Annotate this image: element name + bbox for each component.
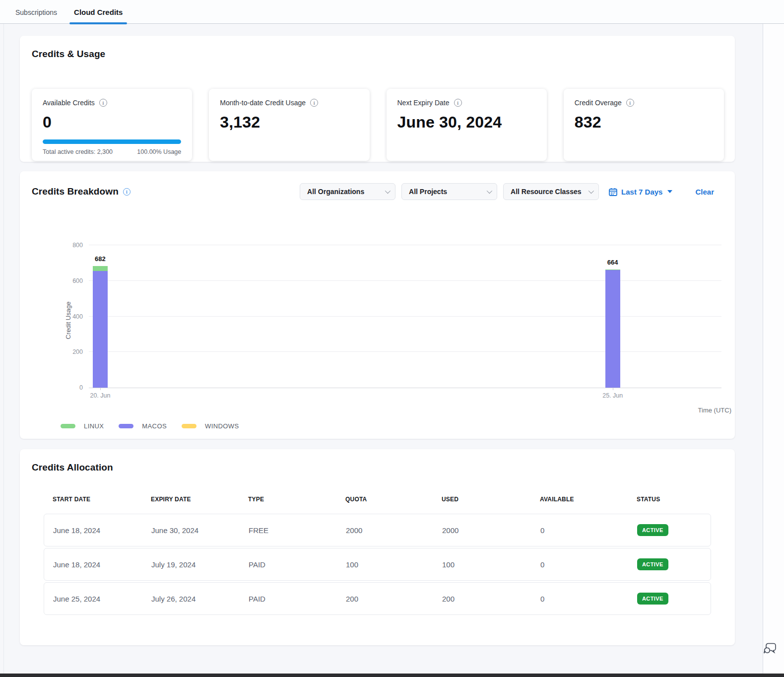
mtd-usage-value: 3,132: [220, 113, 358, 132]
table-cell: June 18, 2024: [44, 560, 142, 569]
credits-allocation-title: Credits Allocation: [32, 462, 723, 473]
y-tick-label: 0: [58, 384, 83, 391]
column-header-available: AVAILABLE: [531, 496, 628, 503]
column-header-status: STATUS: [628, 496, 711, 503]
chevron-down-icon: [487, 188, 492, 194]
legend-item-linux[interactable]: LINUX: [61, 422, 104, 430]
table-cell: ACTIVE: [628, 524, 711, 536]
chat-bubbles-icon: [763, 642, 777, 655]
legend-swatch-icon: [119, 424, 133, 428]
info-icon[interactable]: i: [310, 99, 318, 107]
legend-item-macos[interactable]: MACOS: [119, 422, 167, 430]
caret-down-icon: [667, 190, 672, 193]
table-header: START DATEEXPIRY DATETYPEQUOTAUSEDAVAILA…: [44, 496, 711, 514]
projects-dropdown-value: All Projects: [409, 188, 447, 196]
legend-label: MACOS: [142, 422, 167, 430]
table-cell: 100: [433, 560, 531, 569]
table-cell: 0: [531, 526, 628, 535]
legend-item-windows[interactable]: WINDOWS: [182, 422, 239, 430]
credits-allocation-table: START DATEEXPIRY DATETYPEQUOTAUSEDAVAILA…: [44, 496, 711, 615]
x-tick-label: 25. Jun: [602, 392, 623, 399]
table-cell: 0: [531, 560, 628, 569]
x-tick-label: 20. Jun: [90, 392, 110, 399]
stacked-bar-25-jun[interactable]: [605, 270, 620, 388]
chart-legend: LINUXMACOSWINDOWS: [61, 422, 239, 430]
bar-segment-macos: [93, 271, 108, 388]
table-cell: 2000: [337, 526, 433, 535]
gridline: [89, 351, 721, 352]
available-credits-card: Available Credits i 0 Total active credi…: [32, 89, 192, 161]
table-row: June 25, 2024July 26, 2024PAID2002000ACT…: [44, 582, 711, 615]
table-cell: 2000: [433, 526, 531, 535]
chart-filters: All Organizations All Projects All Resou…: [300, 183, 723, 200]
info-icon[interactable]: i: [123, 188, 131, 196]
cloud-credits-page: Subscriptions Cloud Credits Credits & Us…: [0, 0, 784, 677]
organizations-dropdown[interactable]: All Organizations: [300, 183, 395, 200]
y-tick-label: 600: [58, 277, 83, 284]
next-expiry-value: June 30, 2024: [397, 113, 536, 132]
next-expiry-card: Next Expiry Date i June 30, 2024: [387, 89, 547, 161]
table-cell: 200: [433, 595, 531, 603]
column-header-used: USED: [433, 496, 531, 503]
info-icon[interactable]: i: [626, 99, 634, 107]
credits-breakdown-panel: Credits Breakdown i All Organizations Al…: [20, 171, 735, 439]
legend-swatch-icon: [182, 424, 196, 428]
gridline: [89, 245, 721, 245]
bar-value-label: 682: [95, 255, 106, 263]
status-badge: ACTIVE: [637, 524, 668, 536]
gridline: [89, 280, 721, 281]
credit-overage-value: 832: [575, 113, 713, 132]
table-cell: June 30, 2024: [142, 526, 240, 535]
support-chat-button[interactable]: [763, 642, 777, 657]
table-cell: 0: [531, 595, 628, 603]
tab-subscriptions[interactable]: Subscriptions: [11, 2, 62, 23]
chart-plot-area: Time (UTC) 020040060080068220. Jun66425.…: [89, 246, 721, 388]
next-expiry-label: Next Expiry Date: [397, 99, 450, 107]
chevron-down-icon: [588, 188, 594, 194]
table-cell: FREE: [240, 526, 337, 535]
resource-classes-dropdown[interactable]: All Resource Classes: [503, 183, 599, 200]
table-cell: July 26, 2024: [142, 595, 240, 603]
y-tick-label: 200: [58, 348, 83, 355]
x-tick-mark: [100, 388, 101, 390]
mtd-usage-card: Month-to-date Credit Usage i 3,132: [209, 89, 369, 161]
date-range-picker[interactable]: Last 7 Days: [609, 188, 672, 196]
chevron-down-icon: [385, 188, 391, 194]
x-tick-mark: [613, 388, 613, 390]
usage-percent: 100.00% Usage: [137, 148, 181, 155]
clear-filters-button[interactable]: Clear: [695, 188, 714, 196]
stat-cards-row: Available Credits i 0 Total active credi…: [32, 89, 724, 161]
bar-value-label: 664: [607, 259, 618, 266]
credit-overage-card: Credit Overage i 832: [564, 89, 724, 161]
stacked-bar-20-jun[interactable]: [93, 266, 108, 388]
status-badge: ACTIVE: [637, 558, 668, 570]
available-credits-value: 0: [43, 113, 181, 132]
organizations-dropdown-value: All Organizations: [307, 188, 364, 196]
mtd-usage-label: Month-to-date Credit Usage: [220, 99, 306, 107]
info-icon[interactable]: i: [99, 99, 107, 107]
tab-cloud-credits[interactable]: Cloud Credits: [69, 2, 127, 23]
column-header-quota: QUOTA: [336, 496, 433, 503]
table-cell: ACTIVE: [628, 558, 711, 570]
credit-usage-chart: Credit Usage Time (UTC) 0200400600800682…: [32, 202, 723, 435]
table-cell: PAID: [240, 595, 337, 603]
table-cell: June 18, 2024: [44, 526, 142, 535]
y-axis-title: Credit Usage: [65, 302, 72, 339]
credits-allocation-panel: Credits Allocation START DATEEXPIRY DATE…: [20, 449, 735, 645]
projects-dropdown[interactable]: All Projects: [401, 183, 497, 200]
table-row: June 18, 2024June 30, 2024FREE200020000A…: [44, 514, 711, 546]
calendar-icon: [609, 188, 617, 196]
right-gutter: [763, 24, 784, 677]
legend-swatch-icon: [61, 424, 75, 428]
bar-segment-macos: [605, 270, 620, 388]
table-row: June 18, 2024July 19, 2024PAID1001000ACT…: [44, 548, 711, 581]
table-body: June 18, 2024June 30, 2024FREE200020000A…: [44, 514, 711, 615]
info-icon[interactable]: i: [454, 99, 462, 107]
date-range-value: Last 7 Days: [621, 188, 662, 196]
credits-progress-bar: [43, 139, 181, 144]
table-cell: PAID: [240, 560, 337, 569]
column-header-type: TYPE: [239, 496, 336, 503]
table-cell: 100: [337, 560, 433, 569]
status-badge: ACTIVE: [637, 593, 668, 605]
table-cell: June 25, 2024: [44, 595, 142, 603]
